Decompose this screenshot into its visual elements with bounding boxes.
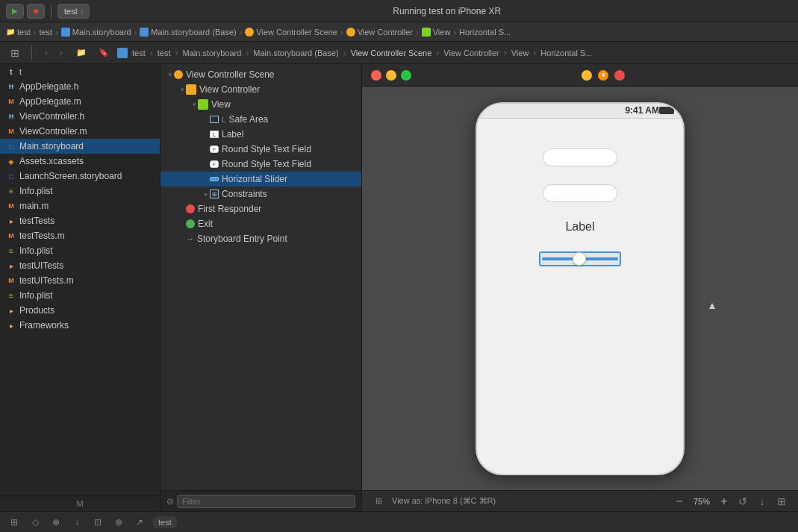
file-item-info-plist3[interactable]: ≡ Info.plist — [0, 288, 160, 303]
view-icon — [422, 28, 431, 37]
refresh-icon[interactable]: ↺ — [735, 494, 750, 509]
file-item-appdelegate-m[interactable]: M AppDelegate.m — [0, 94, 160, 109]
slider-thumb[interactable] — [573, 252, 586, 266]
tree-item-slider[interactable]: ▾ Horizontal Slider — [160, 172, 361, 187]
path-sep2: › — [175, 48, 178, 58]
zoom-plus-button[interactable]: + — [717, 495, 731, 508]
bottom-expand-icon[interactable]: ⊞ — [6, 514, 22, 531]
file-item-products[interactable]: ▸ Products — [0, 303, 160, 318]
bottom-down-icon[interactable]: ↓ — [69, 514, 85, 531]
breadcrumb-mainstoryboard[interactable]: Main.storyboard — [61, 28, 131, 37]
tree-item-text-field-1[interactable]: ▾ F Round Style Text Field — [160, 142, 361, 157]
file-item-testUITests[interactable]: ▸ testUITests — [0, 258, 160, 273]
safe-area-icon — [210, 116, 219, 123]
grid-view-button[interactable]: ⊞ — [6, 45, 24, 61]
file-item-launchscreen[interactable]: □ LaunchScreen.storyboard — [0, 169, 160, 184]
filter-icon: ⊜ — [166, 496, 174, 507]
canvas-scroll[interactable]: → 9:41 AM — [362, 87, 798, 490]
path-sep6: › — [504, 48, 507, 58]
tree-item-exit[interactable]: ▾ Exit — [160, 216, 361, 231]
window-control-dots: ● ● — [371, 70, 411, 81]
file-item-info-plist2[interactable]: ≡ Info.plist — [0, 243, 160, 258]
breadcrumb-view[interactable]: View — [422, 28, 451, 37]
sidebar-bottom-label: M — [0, 495, 160, 511]
file-item-mainstoryboard[interactable]: □ Main.storyboard — [0, 139, 160, 154]
file-item-testUITests-m[interactable]: M testUITests.m — [0, 273, 160, 288]
scheme-selector[interactable]: test › — [57, 4, 90, 19]
breadcrumb-vc-scene[interactable]: View Controller Scene — [245, 28, 337, 37]
tree-item-text-field-2[interactable]: ▾ F Round Style Text Field — [160, 157, 361, 172]
tree-item-vc-scene[interactable]: ▾ View Controller Scene — [160, 67, 361, 82]
file-item-frameworks[interactable]: ▸ Frameworks — [0, 318, 160, 333]
running-text: Running test on iPhone XR — [393, 6, 501, 16]
expand-vc-icon: ▾ — [178, 84, 186, 95]
breadcrumb-test2[interactable]: test — [39, 28, 52, 37]
second-toolbar: ⊞ ‹ › 📁 🔖 test › test › Main.storyboard … — [0, 42, 798, 64]
bottom-add-icon[interactable]: ⊕ — [48, 514, 64, 531]
file-item-info-plist[interactable]: ≡ Info.plist — [0, 184, 160, 198]
tree-item-entry-point[interactable]: ▾ → Storyboard Entry Point — [160, 231, 361, 246]
breadcrumb-test[interactable]: 📁 test — [6, 28, 31, 37]
storyboard-button[interactable] — [117, 48, 128, 58]
tree-item-label[interactable]: ▾ L Label — [160, 127, 361, 142]
stop-button[interactable]: ■ — [27, 4, 45, 19]
yellow-dot[interactable]: ● — [386, 70, 396, 81]
grid-icon[interactable]: ⊞ — [774, 494, 789, 509]
filter-input[interactable] — [177, 495, 355, 508]
file-item-assets[interactable]: ◈ Assets.xcassets — [0, 154, 160, 169]
expand-constraints: ▸ — [202, 189, 210, 199]
layout-toggle-button[interactable]: ⊞ — [371, 494, 386, 509]
bottom-device-label: test — [152, 516, 178, 528]
tag-button[interactable]: 🔖 — [95, 45, 113, 61]
tree-item-first-responder[interactable]: ▾ First Responder — [160, 201, 361, 216]
round-text-field-2[interactable] — [543, 184, 617, 202]
breadcrumb-mainstoryboard-base[interactable]: Main.storyboard (Base) — [140, 28, 236, 37]
run-button[interactable]: ▶ — [6, 4, 24, 19]
file-item-testTests[interactable]: ▸ testTests — [0, 213, 160, 228]
bottom-diamond-icon[interactable]: ◇ — [27, 514, 43, 531]
file-item-viewcontroller-h[interactable]: H ViewController.h — [0, 109, 160, 124]
breadcrumb: 📁 test › test › Main.storyboard › Main.s… — [0, 22, 798, 42]
canvas-yellow-control[interactable] — [582, 70, 592, 81]
status-time: 9:41 AM — [625, 105, 659, 116]
bottom-grid2-icon[interactable]: ⊡ — [90, 514, 106, 531]
file-item-viewcontroller-m[interactable]: M ViewController.m — [0, 124, 160, 139]
filter-bar: ⊜ — [160, 490, 361, 511]
canvas-top-controls: ⊕ — [417, 70, 789, 81]
scheme-label: test — [64, 7, 78, 16]
file-item-main-m[interactable]: M main.m — [0, 198, 160, 213]
constraints-icon: ⊞ — [210, 190, 219, 198]
round-text-field-1[interactable] — [543, 148, 617, 166]
slider-tree-icon — [210, 177, 219, 181]
green-dot[interactable]: ● — [401, 70, 411, 81]
path-vc-scene: View Controller Scene — [351, 48, 432, 57]
file-item-appdelegate-h[interactable]: H AppDelegate.h — [0, 79, 160, 94]
tree-item-vc[interactable]: ▾ View Controller — [160, 82, 361, 97]
canvas-orange-control[interactable]: ⊕ — [598, 70, 608, 81]
breadcrumb-slider[interactable]: Horizontal S... — [459, 28, 511, 37]
nav-forward-button[interactable]: › — [54, 45, 68, 61]
tree-item-view[interactable]: ▾ View — [160, 97, 361, 112]
dot-icon2: ● — [401, 72, 405, 80]
nav-buttons: ‹ › — [40, 45, 68, 61]
toolbar-divider-2 — [31, 46, 32, 60]
zoom-minus-button[interactable]: − — [673, 495, 686, 508]
tree-item-safe-area[interactable]: ▾ L Safe Area — [160, 112, 361, 127]
red-dot[interactable] — [371, 70, 381, 81]
tree-item-constraints[interactable]: ▸ ⊞ Constraints — [160, 187, 361, 201]
bottom-plus-icon[interactable]: ⊕ — [110, 514, 127, 531]
file-item-testTests-m[interactable]: M testTests.m — [0, 228, 160, 243]
download-icon[interactable]: ↓ — [755, 494, 770, 509]
file-item-t[interactable]: t t — [0, 64, 160, 79]
canvas-controls: ● ● ⊕ — [362, 64, 798, 87]
bottom-share-icon[interactable]: ↗ — [131, 514, 148, 531]
mouse-cursor — [709, 303, 715, 309]
breadcrumb-vc[interactable]: View Controller — [346, 28, 413, 37]
nav-back-button[interactable]: ‹ — [40, 45, 53, 61]
view-tree-icon — [198, 99, 208, 110]
canvas-red-control[interactable] — [614, 70, 625, 81]
folder-button[interactable]: 📁 — [72, 45, 90, 61]
file-icon-t: t — [6, 66, 16, 77]
horizontal-slider[interactable] — [539, 251, 621, 266]
iphone-status-bar: 9:41 AM — [477, 104, 683, 119]
